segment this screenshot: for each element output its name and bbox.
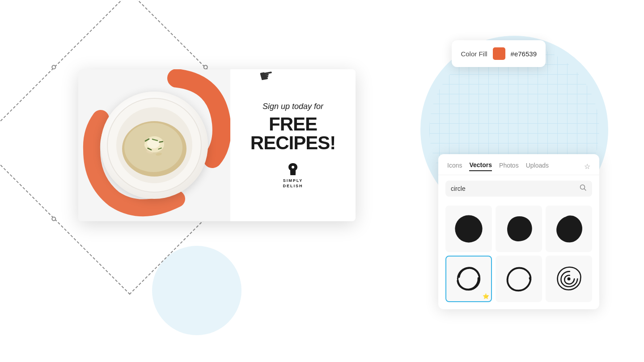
vector-item-wrapper-1 (445, 206, 492, 252)
vector-item-1[interactable] (445, 206, 492, 252)
chef-hat-svg (285, 161, 301, 177)
svg-point-21 (568, 278, 571, 281)
brand-logo: SIMPLY DELISH (283, 161, 303, 189)
signup-text: Sign up today for (263, 102, 323, 111)
color-fill-label: Color Fill (461, 50, 487, 58)
card-left-panel (78, 69, 230, 221)
background-circle-small (152, 246, 242, 335)
svg-point-20 (455, 215, 482, 242)
vector-item-wrapper-2 (496, 206, 542, 252)
star-badge-4: ⭐ (483, 293, 489, 299)
search-bar (445, 181, 592, 197)
design-card: Sign up today for FREE RECIPES! SIMPLY D… (78, 69, 356, 221)
favorites-star-button[interactable]: ☆ (584, 162, 590, 171)
tab-vectors[interactable]: Vectors (469, 161, 492, 171)
vector-item-wrapper-3 (546, 206, 592, 252)
vector-item-wrapper-6 (546, 256, 592, 302)
search-input[interactable] (451, 185, 576, 192)
color-swatch[interactable] (493, 47, 505, 60)
color-fill-panel: Color Fill #e76539 (452, 40, 546, 67)
vector-item-3[interactable] (546, 206, 592, 252)
cursor-hand: ☛ (258, 65, 275, 86)
food-plate (101, 92, 208, 199)
svg-rect-16 (290, 174, 296, 175)
vector-grid: ⭐ (438, 202, 599, 309)
vector-item-6[interactable] (546, 256, 592, 302)
recipes-text: RECIPES! (250, 132, 335, 153)
vector-item-2[interactable] (496, 206, 542, 252)
vector-item-wrapper-5 (496, 256, 542, 302)
tab-uploads[interactable]: Uploads (526, 162, 549, 171)
asset-tabs: Icons Vectors Photos Uploads ☆ (438, 154, 599, 175)
vector-item-wrapper-4: ⭐ (445, 256, 492, 302)
free-text: FREE (269, 114, 317, 135)
handle-bottom[interactable] (51, 216, 57, 222)
tab-icons[interactable]: Icons (447, 162, 462, 171)
handle-left[interactable] (51, 64, 57, 70)
card-right-panel: Sign up today for FREE RECIPES! SIMPLY D… (230, 69, 356, 221)
svg-point-17 (292, 166, 294, 168)
free-recipes-text: FREE RECIPES! (250, 115, 335, 152)
asset-panel: Icons Vectors Photos Uploads ☆ (438, 154, 599, 309)
search-icon[interactable] (580, 184, 587, 193)
brand-line1: SIMPLY (283, 178, 303, 183)
svg-line-19 (585, 189, 586, 191)
vector-item-5[interactable] (496, 256, 542, 302)
color-hex-value[interactable]: #e76539 (511, 50, 537, 58)
brand-line2: DELISH (283, 184, 303, 188)
tab-photos[interactable]: Photos (499, 162, 519, 171)
risotto-visual (105, 96, 203, 194)
